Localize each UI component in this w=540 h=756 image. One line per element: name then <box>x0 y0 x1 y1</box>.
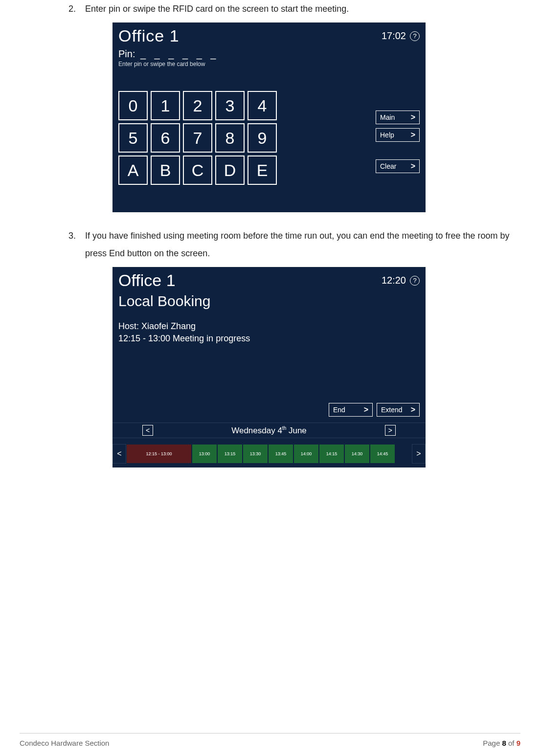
clock-time: 17:02 <box>382 30 406 42</box>
key-7[interactable]: 7 <box>183 123 212 153</box>
key-c[interactable]: C <box>183 156 212 185</box>
booking-heading: Local Booking <box>112 291 426 310</box>
date-row: < Wednesday 4th June > <box>112 422 426 438</box>
booking-host: Host: Xiaofei Zhang <box>112 310 426 334</box>
pin-hint: Enter pin or swipe the card below <box>118 61 420 67</box>
key-b[interactable]: B <box>151 156 180 185</box>
chevron-right-icon: > <box>411 131 415 139</box>
help-button-label: Help <box>380 131 394 139</box>
timeline-slot-free[interactable]: 13:15 <box>217 444 243 464</box>
booking-status: 12:15 - 13:00 Meeting in progress <box>112 334 426 344</box>
end-button-label: End <box>333 406 345 414</box>
chevron-right-icon: > <box>411 405 415 414</box>
main-button-label: Main <box>380 113 395 121</box>
help-button[interactable]: Help > <box>376 128 420 142</box>
key-3[interactable]: 3 <box>215 91 245 120</box>
key-e[interactable]: E <box>248 156 277 185</box>
key-a[interactable]: A <box>118 156 148 185</box>
step-number: 2. <box>68 0 85 18</box>
timeline: < 12:15 - 13:00 13:00 13:15 13:30 13:45 … <box>112 444 426 464</box>
help-icon[interactable]: ? <box>410 276 420 286</box>
instruction-step-3: 3. If you have finished using meeting ro… <box>68 227 511 262</box>
key-d[interactable]: D <box>215 156 245 185</box>
key-5[interactable]: 5 <box>118 123 148 153</box>
key-9[interactable]: 9 <box>248 123 277 153</box>
timeline-slot-free[interactable]: 14:15 <box>319 444 344 464</box>
step-text: Enter pin or swipe the RFID card on the … <box>85 0 511 18</box>
step-number: 3. <box>68 227 85 262</box>
extend-button[interactable]: Extend > <box>377 403 420 417</box>
timeline-prev-button[interactable]: < <box>112 444 126 464</box>
timeline-slot-busy[interactable]: 12:15 - 13:00 <box>126 444 192 464</box>
main-button[interactable]: Main > <box>376 111 420 124</box>
key-0[interactable]: 0 <box>118 91 148 120</box>
pin-entry-screen: Office 1 17:02 ? Pin: _ _ _ _ _ _ Enter … <box>112 22 426 212</box>
pin-label: Pin: <box>118 48 135 60</box>
chevron-right-icon: > <box>411 113 415 122</box>
key-1[interactable]: 1 <box>151 91 180 120</box>
pin-keypad: 0 1 2 3 4 5 6 7 8 9 A B C D E <box>118 91 277 185</box>
room-title: Office 1 <box>118 26 180 45</box>
page-footer: Condeco Hardware Section Page 8 of 9 <box>20 739 520 747</box>
clear-button[interactable]: Clear > <box>376 159 420 173</box>
clear-button-label: Clear <box>380 162 396 170</box>
extend-button-label: Extend <box>381 406 403 414</box>
timeline-slot-free[interactable]: 14:00 <box>293 444 319 464</box>
date-prev-button[interactable]: < <box>142 425 153 436</box>
step-text: If you have finished using meeting room … <box>85 227 511 262</box>
booking-screen: Office 1 12:20 ? Local Booking Host: Xia… <box>112 267 426 467</box>
key-6[interactable]: 6 <box>151 123 180 153</box>
date-label: Wednesday 4th June <box>231 425 307 436</box>
instruction-step-2: 2. Enter pin or swipe the RFID card on t… <box>68 0 511 18</box>
footer-section-title: Condeco Hardware Section <box>20 739 109 747</box>
key-8[interactable]: 8 <box>215 123 245 153</box>
timeline-next-button[interactable]: > <box>412 444 426 464</box>
pin-placeholder: _ _ _ _ _ _ <box>140 48 219 59</box>
key-4[interactable]: 4 <box>248 91 277 120</box>
timeline-track: 12:15 - 13:00 13:00 13:15 13:30 13:45 14… <box>126 444 412 464</box>
clock-time: 12:20 <box>382 275 406 286</box>
room-title: Office 1 <box>118 271 176 290</box>
timeline-slot-free[interactable]: 14:30 <box>344 444 370 464</box>
timeline-slot-free[interactable]: 14:45 <box>370 444 395 464</box>
page-number: Page 8 of 9 <box>483 739 520 747</box>
timeline-slot-free[interactable]: 13:45 <box>268 444 293 464</box>
timeline-slot-free[interactable]: 13:30 <box>243 444 268 464</box>
chevron-right-icon: > <box>364 405 368 414</box>
chevron-right-icon: > <box>411 162 415 171</box>
key-2[interactable]: 2 <box>183 91 212 120</box>
date-next-button[interactable]: > <box>385 425 396 436</box>
footer-divider <box>20 733 520 734</box>
end-button[interactable]: End > <box>329 403 373 417</box>
help-icon[interactable]: ? <box>410 31 420 41</box>
timeline-slot-free[interactable]: 13:00 <box>192 444 217 464</box>
